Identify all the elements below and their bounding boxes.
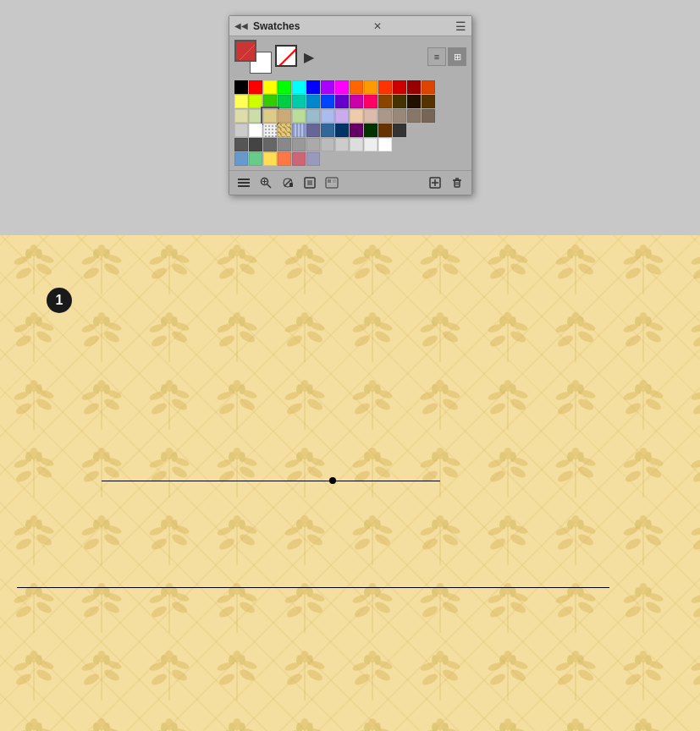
swatch-gray10[interactable] — [364, 138, 378, 151]
canvas-line-1 — [102, 481, 440, 481]
close-icon[interactable]: ✕ — [373, 20, 382, 32]
swatch-black[interactable] — [234, 80, 248, 94]
swatch-yellow[interactable] — [263, 80, 277, 94]
swatch-slateblue[interactable] — [306, 124, 320, 137]
find-field-button[interactable] — [256, 173, 275, 192]
swatch-darkpurple[interactable] — [350, 124, 363, 137]
swatch-pattern-stripe[interactable] — [292, 124, 306, 137]
list-view-button[interactable]: ≡ — [427, 47, 446, 66]
swatch-yellowgreen[interactable] — [249, 95, 262, 108]
swatch-darkbrown[interactable] — [393, 95, 406, 108]
swatch-red[interactable] — [249, 80, 262, 94]
swatch-cornflower[interactable] — [234, 152, 248, 166]
swatch-gray1[interactable] — [234, 138, 248, 151]
swatch-tan[interactable] — [234, 109, 248, 123]
panel-menu-icon[interactable]: ☰ — [455, 19, 466, 33]
swatch-peach[interactable] — [350, 109, 363, 123]
swatch-gray4[interactable] — [278, 138, 291, 151]
swatch-tomato[interactable] — [278, 152, 291, 166]
convert-to-spot-button[interactable] — [278, 173, 297, 192]
swatch-periwinkle[interactable] — [321, 109, 334, 123]
swatch-violet[interactable] — [321, 80, 334, 94]
swatch-lightyellow[interactable] — [234, 95, 248, 108]
swatch-navyblue[interactable] — [335, 124, 349, 137]
swatch-darkgreen[interactable] — [364, 124, 378, 137]
swatch-sienna[interactable] — [422, 80, 435, 94]
swatch-grayish-tan[interactable] — [378, 109, 392, 123]
swatch-pattern-weave[interactable] — [278, 124, 291, 137]
swatch-steelblue[interactable] — [321, 124, 334, 137]
swatch-khaki[interactable] — [407, 109, 421, 123]
swatch-darkorange[interactable] — [378, 124, 392, 137]
swatch-orange[interactable] — [350, 80, 363, 94]
swatch-gray7[interactable] — [321, 138, 334, 151]
swatch-grid-container — [229, 77, 471, 170]
swatch-burlywood[interactable] — [278, 109, 291, 123]
swatch-gray3[interactable] — [263, 138, 277, 151]
swatch-libraries-menu-button[interactable] — [322, 173, 341, 192]
swatch-purple[interactable] — [335, 95, 349, 108]
swatch-blue[interactable] — [306, 80, 320, 94]
swatch-lavender[interactable] — [335, 109, 349, 123]
swatch-rosewood[interactable] — [364, 109, 378, 123]
collapse-icon[interactable]: ◀◀ — [234, 21, 248, 30]
swatch-cranberry[interactable] — [292, 152, 306, 166]
swatch-amber[interactable] — [364, 80, 378, 94]
swatch-taupe[interactable] — [393, 109, 406, 123]
swatch-teal[interactable] — [292, 95, 306, 108]
swatch-seafoam[interactable] — [249, 152, 262, 166]
swatch-gray2[interactable] — [249, 138, 262, 151]
swatch-verydarkbrown[interactable] — [407, 95, 421, 108]
new-swatch-button[interactable] — [426, 173, 444, 192]
swatch-magenta[interactable] — [335, 80, 349, 94]
fg-bg-color-swatches — [234, 40, 272, 74]
swatch-lightsteelblue[interactable] — [306, 109, 320, 123]
convert-to-global-button[interactable] — [300, 173, 319, 192]
swatch-pattern-dots[interactable] — [263, 124, 277, 137]
swatch-chocolate[interactable] — [422, 95, 435, 108]
swatch-gray9[interactable] — [350, 138, 363, 151]
swatch-verydarkgray[interactable] — [393, 124, 406, 137]
delete-swatch-button[interactable] — [448, 173, 466, 192]
swatch-row-5 — [234, 138, 466, 151]
swatch-gray11[interactable] — [378, 138, 392, 151]
show-swatches-button[interactable] — [234, 173, 253, 192]
swatch-sage[interactable] — [249, 109, 262, 123]
svg-rect-18 — [289, 183, 293, 187]
swatch-cyan[interactable] — [292, 80, 306, 94]
swatch-mint[interactable] — [278, 95, 291, 108]
swatch-darkred[interactable] — [393, 80, 406, 94]
fg-color-swatch[interactable] — [234, 40, 256, 62]
swatch-fuchsia[interactable] — [350, 95, 363, 108]
swatch-white[interactable] — [249, 124, 262, 137]
swatch-lightgreen2[interactable] — [292, 109, 306, 123]
swatch-gray8[interactable] — [335, 138, 349, 151]
swatch-green[interactable] — [278, 80, 291, 94]
swatch-maroon[interactable] — [407, 80, 421, 94]
swatch-red2[interactable] — [378, 80, 392, 94]
swatch-rose[interactable] — [364, 95, 378, 108]
svg-rect-11 — [238, 179, 250, 180]
swatch-mistyblue[interactable] — [306, 152, 320, 166]
svg-line-10 — [278, 48, 297, 67]
swatch-royalblue[interactable] — [321, 95, 334, 108]
grid-view-button[interactable]: ⊞ — [448, 47, 466, 66]
swatch-brown[interactable] — [378, 95, 392, 108]
swatch-gray6[interactable] — [306, 138, 320, 151]
swatch-lightgray[interactable] — [234, 124, 248, 137]
svg-rect-22 — [333, 179, 336, 183]
swatch-gray5[interactable] — [292, 138, 306, 151]
swatch-mud[interactable] — [422, 109, 435, 123]
panel-titlebar: ◀◀ Swatches ✕ ☰ — [229, 16, 471, 36]
swatches-panel: ◀◀ Swatches ✕ ☰ — [229, 15, 472, 195]
swatch-tools-row: ▶ ≡ ⊞ — [229, 36, 471, 77]
swatch-wheat[interactable] — [263, 109, 277, 123]
swatch-skyblue[interactable] — [306, 95, 320, 108]
swatch-gold[interactable] — [263, 152, 277, 166]
swatch-lime[interactable] — [263, 95, 277, 108]
swatch-row-6 — [234, 152, 466, 166]
swatch-row-4 — [234, 124, 466, 137]
step-badge-1: 1 — [47, 288, 72, 313]
svg-rect-8 — [0, 235, 700, 731]
no-color-swatch[interactable] — [275, 45, 297, 67]
